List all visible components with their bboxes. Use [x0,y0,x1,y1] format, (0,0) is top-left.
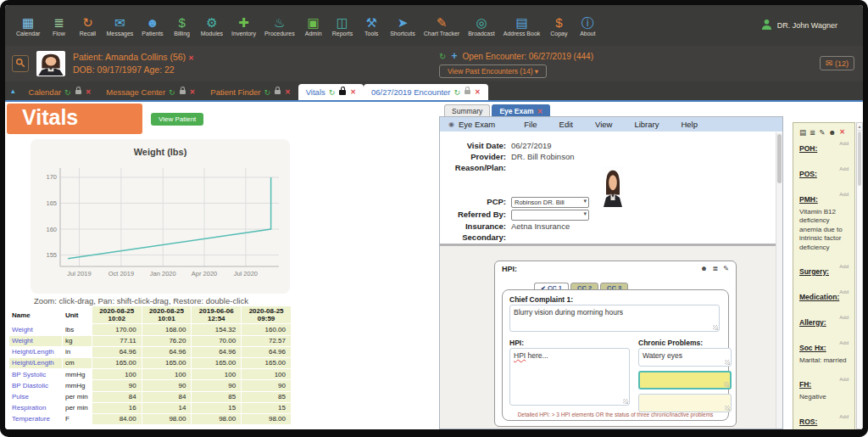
unlock-icon[interactable] [180,90,186,94]
toolbar-item-procedures[interactable]: ♨Procedures [260,15,299,36]
add-link[interactable]: Add [839,141,849,146]
section-label[interactable]: ROS: [799,417,817,426]
toolbar-item-reports[interactable]: ◫Reports [328,15,358,36]
section-label[interactable]: POS: [799,170,817,178]
toolbar-item-inventory[interactable]: ✚Inventory [227,15,260,36]
close-tab-icon[interactable]: ✕ [350,88,356,96]
messages-button[interactable]: ✉ (12) [820,56,854,70]
section-label[interactable]: Medication: [799,293,839,301]
toolbar-item-admin[interactable]: ▣Admin [299,15,328,36]
panel-tab-eye-exam[interactable]: Eye Exam✕ [492,104,550,117]
unlock-icon[interactable] [275,90,281,94]
vital-name-link[interactable]: BP Diastolic [12,382,48,389]
panel-scrollbar[interactable] [776,132,782,429]
edit-icon[interactable]: ✎ [723,265,729,273]
refresh-icon[interactable]: ↻ [329,88,336,97]
toolbar-item-recall[interactable]: ↻Recall [73,15,102,36]
toolbar-item-modules[interactable]: ⚙Modules [197,15,227,36]
close-panel-tab-icon[interactable]: ✕ [537,108,543,115]
menu-file[interactable]: File [524,120,537,129]
vital-name-link[interactable]: Height/Length [12,348,54,356]
refresh-icon[interactable]: ↻ [64,88,71,97]
add-link[interactable]: Add [839,166,849,171]
user-chip[interactable]: DR. John Wagner [760,18,837,34]
add-link[interactable]: Add [839,315,849,320]
unlock-icon[interactable] [465,90,470,94]
toolbar-item-messages[interactable]: ✉Messages [102,15,137,36]
section-label[interactable]: FH: [799,380,811,389]
menu-view[interactable]: View [595,120,612,129]
vital-name-link[interactable]: BP Systolic [12,371,46,378]
menu-app-label[interactable]: Eye Exam [459,120,495,129]
add-link[interactable]: Add [839,192,849,197]
referred-by-select[interactable]: ▾ [511,210,589,221]
toolbar-item-broadcast[interactable]: ◎Broadcast [464,15,499,36]
panel-tab-summary[interactable]: Summary [444,104,490,117]
add-link[interactable]: Add [839,264,849,269]
toolbar-item-copay[interactable]: $Copay [544,15,573,36]
vital-name-link[interactable]: Height/Length [12,359,54,367]
close-tab-icon[interactable]: ✕ [86,88,92,96]
lock-icon[interactable] [339,90,346,95]
sidebar-scrollbar[interactable]: ▴ [856,122,863,429]
vital-name-link[interactable]: Temperature [12,415,50,423]
menu-library[interactable]: Library [634,120,659,129]
scroll-up-icon[interactable]: ▴ [857,123,862,131]
unlock-icon[interactable] [75,90,81,94]
add-link[interactable]: Add [839,289,849,294]
vital-name-link[interactable]: Respiration [12,404,46,412]
toolbar-item-shortcuts[interactable]: ➤Shortcuts [386,15,420,36]
scrollbar-thumb[interactable] [777,134,782,183]
tab-06-27-2019-encounter[interactable]: 06/27/2019 Encounter↻✕ [364,84,488,100]
toolbar-item-patients[interactable]: ☻Patients [137,15,167,36]
chronic-problem-input[interactable] [638,371,732,389]
pcp-select[interactable]: Robinson DR. Bill▾ [511,197,589,208]
section-label[interactable]: Surgery: [799,267,829,276]
menu-edit[interactable]: Edit [559,120,573,129]
scrollbar-thumb[interactable] [858,132,861,186]
records-icon[interactable]: ≣ [810,128,815,137]
tab-calendar[interactable]: Calendar↻✕ [21,84,99,100]
document-icon[interactable]: ▤ [799,128,806,137]
close-patient-icon[interactable]: ✕ [188,54,194,62]
refresh-icon[interactable]: ↻ [169,88,175,97]
toolbar-item-flow[interactable]: ≣Flow [44,15,73,36]
add-encounter-icon[interactable]: + [451,50,457,62]
vital-name-link[interactable]: Weight [12,326,33,333]
add-link[interactable]: Add [839,340,849,345]
vital-name-link[interactable]: Pulse [12,393,29,401]
refresh-icon[interactable]: ↻ [454,88,461,97]
toolbar-item-address-book[interactable]: ▤Address Book [499,15,545,36]
section-label[interactable]: Allergy: [799,318,826,327]
section-label[interactable]: POH: [799,144,817,153]
open-encounter-link[interactable]: Open Encounter: 06/27/2019 (444) [462,52,593,61]
refresh-icon[interactable]: ↻ [264,88,270,97]
toolbar-item-about[interactable]: ⓘAbout [573,15,602,36]
view-patient-button[interactable]: View Patient [151,113,203,126]
notes-icon[interactable]: ≣ [713,265,719,273]
toolbar-item-calendar[interactable]: ▦Calendar [12,15,44,36]
collapse-tabs-icon[interactable]: ▴ [11,87,15,95]
add-link[interactable]: Add [839,414,849,419]
add-link[interactable]: Add [839,377,849,382]
close-tab-icon[interactable]: ✕ [285,88,291,96]
weight-chart[interactable]: Jul 2019Oct 2019Jan 2020Apr 2020Jul 2020… [35,160,286,285]
pin-icon[interactable]: ☻ [700,265,707,273]
toolbar-item-billing[interactable]: $Billing [168,15,197,36]
chronic-problem-input[interactable] [638,394,732,412]
toolbar-item-tools[interactable]: ⚒Tools [357,15,386,36]
refresh-encounter-icon[interactable]: ↻ [439,52,446,61]
close-tab-icon[interactable]: ✕ [190,88,196,96]
patient-icon[interactable]: ☻ [828,128,836,137]
menu-help[interactable]: Help [681,120,698,129]
view-past-encounters-button[interactable]: View Past Encounters (14) ▾ [439,64,547,78]
chronic-problem-input[interactable]: Watery eyes [638,348,732,367]
tab-patient-finder[interactable]: Patient Finder↻✕ [203,84,298,100]
tab-vitals[interactable]: Vitals↻✕ [298,84,364,100]
edit-icon[interactable]: ✎ [819,128,825,137]
hpi-input[interactable]: HPI here... [509,348,630,406]
section-label[interactable]: Soc Hx: [799,344,826,352]
close-tab-icon[interactable]: ✕ [475,88,481,96]
toolbar-item-chart-tracker[interactable]: ✎Chart Tracker [420,15,464,36]
close-icon[interactable]: ✕ [839,128,845,137]
